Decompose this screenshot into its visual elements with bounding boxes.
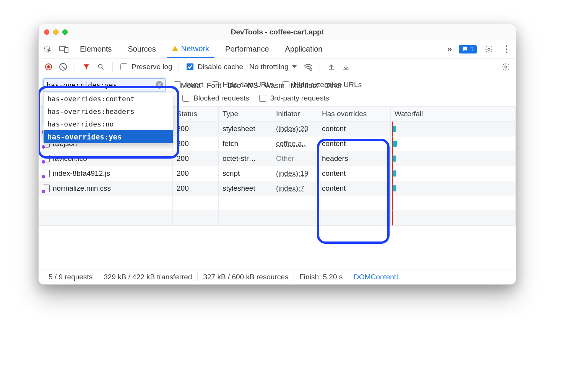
waterfall-cell — [391, 136, 516, 151]
tab-label: Sources — [128, 45, 156, 53]
filter-input[interactable] — [43, 78, 166, 91]
download-har-icon[interactable] — [341, 62, 351, 72]
status-cell: 200 — [173, 136, 219, 151]
issues-chip[interactable]: 1 — [459, 45, 477, 53]
autocomplete-item[interactable]: has-overrides:yes — [44, 130, 173, 143]
waterfall-cell — [391, 122, 516, 136]
minimize-window-button[interactable] — [53, 29, 58, 35]
search-icon[interactable] — [96, 62, 106, 72]
type-filter-other[interactable]: Other — [324, 81, 343, 90]
has-overrides-cell: content — [318, 136, 391, 151]
svg-point-9 — [505, 66, 507, 68]
autocomplete-item[interactable]: has-overrides:no — [44, 118, 173, 130]
separator — [112, 62, 113, 72]
clear-button[interactable] — [58, 62, 68, 72]
window-controls — [44, 29, 68, 35]
table-row[interactable]: normalize.min.css200stylesheet(index):7c… — [39, 181, 516, 196]
request-name: favicon.ico — [53, 154, 87, 163]
window-title: DevTools - coffee-cart.app/ — [39, 28, 516, 36]
separator — [179, 62, 179, 72]
settings-icon[interactable] — [484, 44, 494, 55]
svg-point-7 — [98, 64, 102, 68]
window-titlebar: DevTools - coffee-cart.app/ — [39, 24, 516, 40]
tab-performance[interactable]: Performance — [220, 40, 275, 58]
request-name: normalize.min.css — [53, 184, 111, 193]
svg-point-3 — [488, 48, 490, 50]
panel-tabs: Elements Sources Network Performance App… — [39, 40, 516, 58]
clear-filter-icon[interactable]: ✕ — [156, 81, 163, 89]
status-requests: 5 / 9 requests — [43, 273, 98, 281]
network-settings-icon[interactable] — [500, 62, 511, 72]
column-header[interactable]: Status — [173, 107, 219, 122]
type-filter-ws[interactable]: WS — [247, 81, 258, 90]
request-name: index-8bfa4912.js — [53, 169, 110, 178]
initiator-link[interactable]: (index):19 — [276, 169, 309, 177]
tab-label: Elements — [80, 45, 112, 53]
initiator-link[interactable]: (index):20 — [276, 125, 309, 133]
record-button[interactable] — [43, 62, 54, 72]
svg-point-6 — [506, 51, 507, 53]
filter-icon[interactable] — [81, 62, 92, 72]
svg-rect-2 — [65, 47, 68, 53]
tab-application[interactable]: Application — [280, 40, 328, 58]
initiator-link[interactable]: (index):7 — [276, 184, 304, 192]
status-transferred: 329 kB / 422 kB transferred — [98, 273, 198, 281]
status-bar: 5 / 9 requests 329 kB / 422 kB transferr… — [39, 269, 516, 284]
initiator-link: Other — [276, 154, 294, 162]
device-toolbar-icon[interactable] — [58, 44, 69, 55]
waterfall-bar — [393, 156, 396, 162]
waterfall-cell — [391, 166, 516, 181]
warning-icon — [172, 46, 178, 51]
filter-bar: ✕ has-overrides:contenthas-overrides:hea… — [39, 75, 516, 106]
column-header[interactable]: Type — [219, 107, 272, 122]
tab-network[interactable]: Network — [167, 40, 214, 58]
autocomplete-item[interactable]: has-overrides:headers — [44, 105, 173, 118]
tab-sources[interactable]: Sources — [122, 40, 161, 58]
table-row[interactable]: favicon.ico200octet-str…Otherheaders — [39, 151, 516, 166]
column-header[interactable]: Has overrides — [318, 107, 391, 122]
waterfall-bar — [393, 170, 396, 177]
status-finish: Finish: 5.20 s — [294, 273, 348, 281]
close-window-button[interactable] — [44, 29, 49, 35]
separator — [320, 62, 320, 72]
disable-cache-label: Disable cache — [198, 63, 243, 71]
type-filter-font[interactable]: Font — [207, 81, 221, 90]
table-row[interactable]: index-8bfa4912.js200script(index):19cont… — [39, 166, 516, 181]
throttling-select[interactable]: No throttling — [247, 63, 299, 71]
type-filter-manifest[interactable]: Manifest — [291, 81, 318, 90]
autocomplete-popup: has-overrides:contenthas-overrides:heade… — [43, 92, 173, 144]
type-filter-wasm[interactable]: Wasm — [264, 81, 284, 90]
separator — [75, 62, 75, 72]
maximize-window-button[interactable] — [62, 29, 68, 35]
kebab-menu-icon[interactable] — [501, 44, 512, 55]
inspect-element-icon[interactable] — [42, 44, 53, 55]
preserve-log-checkbox[interactable]: Preserve log — [119, 62, 172, 71]
status-cell: 200 — [173, 181, 219, 196]
upload-har-icon[interactable] — [326, 62, 337, 72]
network-conditions-icon[interactable] — [303, 62, 313, 72]
has-overrides-cell: content — [318, 166, 391, 181]
column-header[interactable]: Waterfall — [391, 107, 516, 122]
type-filter-media[interactable]: Media — [181, 81, 201, 90]
type-filter-doc[interactable]: Doc — [227, 81, 240, 90]
status-cell: 200 — [173, 122, 219, 136]
more-tabs-button[interactable]: » — [447, 44, 452, 54]
column-header[interactable]: Initiator — [272, 107, 318, 122]
waterfall-bar — [393, 126, 396, 132]
waterfall-cell — [391, 151, 516, 166]
tab-elements[interactable]: Elements — [75, 40, 117, 58]
type-cell: octet-str… — [219, 151, 272, 166]
has-overrides-cell: content — [318, 122, 391, 136]
third-party-label: 3rd-party requests — [270, 94, 329, 102]
disable-cache-checkbox[interactable]: Disable cache — [185, 62, 243, 71]
svg-point-4 — [506, 45, 507, 47]
third-party-checkbox[interactable]: 3rd-party requests — [258, 94, 329, 103]
type-cell: script — [219, 166, 272, 181]
status-resources: 327 kB / 600 kB resources — [198, 273, 294, 281]
network-toolbar: Preserve log Disable cache No throttling — [39, 58, 516, 75]
blocked-requests-checkbox[interactable]: Blocked requests — [181, 94, 249, 103]
filter-input-wrap: ✕ has-overrides:contenthas-overrides:hea… — [43, 78, 166, 91]
status-domcontentloaded: DOMContentL — [348, 273, 405, 281]
initiator-link[interactable]: coffee.a.. — [276, 139, 306, 147]
autocomplete-item[interactable]: has-overrides:content — [44, 92, 173, 105]
